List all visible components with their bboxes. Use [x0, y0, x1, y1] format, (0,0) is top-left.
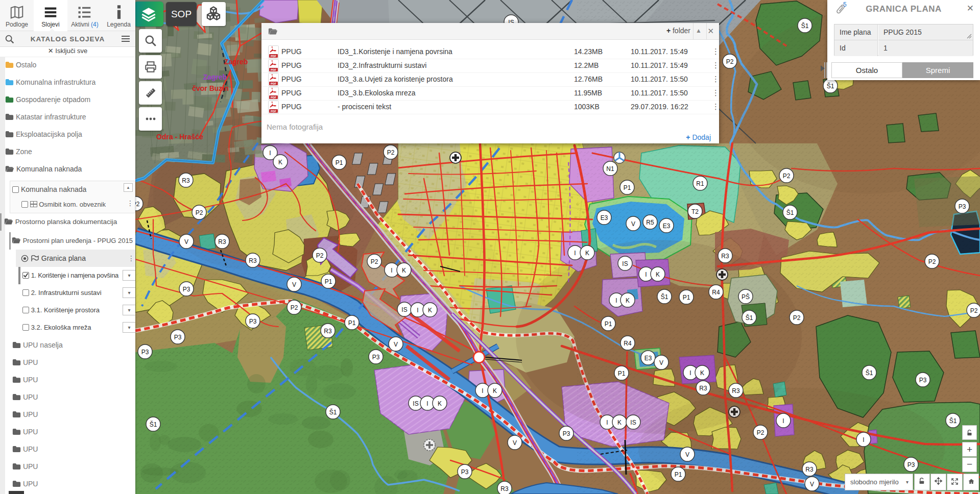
svg-text:P2: P2 — [387, 149, 395, 156]
svg-text:R1: R1 — [696, 180, 704, 187]
svg-text:K: K — [438, 400, 442, 407]
svg-text:P3: P3 — [919, 377, 927, 384]
svg-text:R3: R3 — [699, 385, 707, 392]
svg-text:P3: P3 — [141, 349, 149, 356]
svg-text:P2: P2 — [291, 304, 298, 311]
svg-text:K: K — [656, 271, 660, 278]
svg-text:PDF: PDF — [271, 82, 277, 85]
svg-text:P1: P1 — [618, 370, 626, 377]
svg-text:I: I — [417, 307, 418, 314]
svg-text:E3: E3 — [663, 223, 671, 230]
svg-text:P2: P2 — [196, 209, 203, 216]
svg-text:Š1: Š1 — [661, 293, 668, 301]
svg-text:IS: IS — [630, 419, 636, 426]
svg-text:PŠ: PŠ — [742, 293, 750, 301]
svg-text:P2: P2 — [371, 258, 378, 265]
svg-text:P3: P3 — [174, 334, 182, 341]
svg-text:R4: R4 — [712, 289, 720, 296]
svg-text:P1: P1 — [675, 471, 682, 478]
svg-text:P2: P2 — [970, 307, 978, 314]
svg-text:K: K — [493, 387, 497, 394]
svg-text:K: K — [626, 297, 630, 304]
svg-text:R3: R3 — [732, 387, 740, 394]
svg-text:V: V — [685, 451, 689, 458]
svg-text:IS: IS — [413, 400, 418, 407]
svg-text:I: I — [606, 419, 608, 426]
svg-text:V: V — [394, 341, 398, 348]
svg-text:R4: R4 — [624, 340, 632, 347]
svg-text:P2: P2 — [783, 172, 791, 180]
svg-text:PDF: PDF — [271, 55, 277, 58]
svg-text:R3: R3 — [324, 328, 332, 335]
svg-text:Zagreb: Zagreb — [224, 58, 248, 66]
svg-text:R3: R3 — [249, 257, 257, 264]
svg-text:I: I — [426, 400, 428, 407]
svg-text:IS: IS — [401, 306, 407, 313]
svg-text:R5: R5 — [646, 219, 654, 226]
svg-text:P3: P3 — [959, 203, 966, 210]
svg-text:Š1: Š1 — [949, 417, 957, 425]
svg-text:I: I — [391, 267, 392, 274]
svg-text:P1: P1 — [348, 319, 356, 327]
svg-text:P1: P1 — [325, 278, 332, 285]
svg-text:P2: P2 — [726, 58, 734, 65]
svg-text:P3: P3 — [183, 286, 190, 293]
svg-text:I: I — [269, 150, 271, 157]
svg-text:P3: P3 — [372, 354, 380, 361]
svg-text:P1: P1 — [624, 184, 631, 191]
svg-text:P2: P2 — [316, 252, 324, 259]
svg-text:T2: T2 — [691, 208, 699, 215]
svg-text:Zagreb: Zagreb — [203, 73, 227, 81]
svg-text:V: V — [184, 238, 188, 245]
svg-text:N1: N1 — [606, 165, 614, 172]
svg-text:V: V — [631, 220, 635, 228]
svg-text:K: K — [585, 250, 589, 257]
svg-text:P3: P3 — [461, 468, 469, 476]
svg-text:I: I — [645, 271, 647, 278]
svg-text:P3: P3 — [249, 318, 257, 325]
svg-text:PDF: PDF — [271, 68, 277, 71]
svg-text:K: K — [428, 307, 432, 314]
svg-text:I: I — [482, 387, 483, 394]
svg-text:IS: IS — [622, 260, 628, 267]
svg-text:P1: P1 — [605, 320, 612, 328]
svg-text:PDF: PDF — [271, 110, 277, 113]
svg-text:I: I — [863, 436, 864, 443]
svg-text:I: I — [615, 297, 617, 304]
svg-text:K: K — [700, 369, 704, 377]
svg-text:PDF: PDF — [271, 96, 277, 99]
svg-text:K: K — [617, 419, 622, 426]
svg-text:Š1: Š1 — [827, 82, 834, 90]
svg-text:Š1: Š1 — [786, 209, 794, 216]
svg-text:R3: R3 — [500, 485, 509, 492]
svg-text:K: K — [278, 159, 282, 166]
svg-text:E3: E3 — [601, 214, 608, 221]
svg-text:V: V — [659, 359, 663, 366]
svg-text:P2: P2 — [793, 314, 801, 322]
svg-text:P2: P2 — [928, 258, 936, 265]
svg-text:Š1: Š1 — [746, 314, 753, 322]
svg-text:V: V — [292, 281, 296, 288]
svg-text:R3: R3 — [805, 466, 814, 473]
svg-text:P3: P3 — [563, 430, 570, 437]
svg-text:E3: E3 — [644, 355, 652, 362]
svg-text:R3: R3 — [182, 177, 190, 184]
svg-text:Š1: Š1 — [801, 22, 809, 30]
svg-text:I: I — [574, 250, 576, 257]
svg-text:P2: P2 — [757, 429, 764, 436]
svg-text:I: I — [689, 369, 691, 377]
svg-text:P3: P3 — [907, 461, 915, 468]
svg-text:P1: P1 — [336, 159, 343, 166]
svg-text:Š1: Š1 — [866, 369, 873, 377]
svg-text:Š1: Š1 — [150, 421, 157, 428]
svg-text:R3: R3 — [721, 253, 729, 260]
svg-text:V: V — [810, 481, 814, 488]
svg-text:V: V — [513, 439, 517, 447]
svg-text:R3: R3 — [218, 238, 226, 245]
svg-text:K: K — [402, 267, 406, 274]
svg-text:Š1: Š1 — [329, 408, 337, 416]
svg-text:P1: P1 — [683, 294, 690, 301]
svg-text:čvor Buzin: čvor Buzin — [192, 84, 229, 92]
svg-text:I: I — [782, 417, 784, 425]
